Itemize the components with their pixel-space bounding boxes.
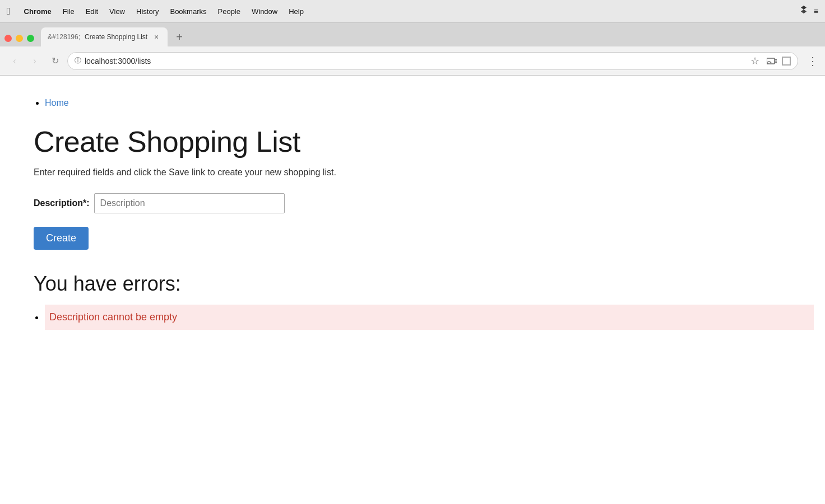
new-tab-button[interactable]: + [170, 27, 189, 46]
maximize-window-button[interactable] [27, 35, 34, 42]
minimize-window-button[interactable] [16, 35, 23, 42]
menu-view[interactable]: View [109, 7, 125, 16]
reload-button[interactable]: ↻ [47, 53, 63, 69]
menu-file[interactable]: File [63, 7, 75, 16]
cast-icon[interactable] [765, 54, 778, 68]
tab-bar: &#128196; Create Shopping List × + [0, 23, 825, 46]
address-input[interactable] [85, 57, 745, 66]
svg-rect-0 [767, 58, 775, 64]
extensions-area: ⋮ [803, 54, 818, 68]
apple-logo-icon:  [7, 6, 11, 17]
menu-people[interactable]: People [218, 7, 240, 16]
wifi-icon: ≡ [814, 7, 818, 16]
description-form-group: Description*: [34, 193, 791, 213]
circle-icon [782, 57, 791, 66]
address-input-wrapper[interactable]: ⓘ ☆ [67, 52, 798, 70]
page-title: Create Shopping List [34, 125, 791, 158]
close-window-button[interactable] [4, 35, 12, 42]
tab-title-label: Create Shopping List [85, 33, 147, 41]
dropbox-icon[interactable] [798, 4, 809, 18]
star-icon[interactable]: ☆ [748, 54, 762, 68]
error-text: Description cannot be empty [49, 311, 177, 323]
tab-favicon-icon: &#128196; [48, 33, 80, 41]
home-link[interactable]: Home [45, 98, 69, 108]
menu-edit[interactable]: Edit [86, 7, 98, 16]
error-item: Description cannot be empty [45, 305, 814, 330]
menu-chrome[interactable]: Chrome [24, 7, 52, 16]
create-button[interactable]: Create [34, 227, 89, 250]
secure-icon: ⓘ [75, 56, 81, 66]
menu-dots-icon[interactable]: ⋮ [807, 54, 818, 68]
menu-bar:  Chrome File Edit View History Bookmark… [0, 0, 825, 23]
page-content: Home Create Shopping List Enter required… [0, 76, 825, 504]
menu-history[interactable]: History [136, 7, 159, 16]
window-controls [4, 35, 34, 46]
menu-window[interactable]: Window [252, 7, 277, 16]
forward-button[interactable]: › [27, 53, 43, 69]
description-label: Description*: [34, 198, 90, 208]
breadcrumb-nav: Home [45, 98, 791, 108]
menu-help[interactable]: Help [289, 7, 304, 16]
active-tab[interactable]: &#128196; Create Shopping List × [41, 27, 168, 46]
back-button[interactable]: ‹ [7, 53, 22, 69]
tab-close-button[interactable]: × [152, 32, 161, 41]
page-subtitle: Enter required fields and click the Save… [34, 167, 791, 178]
menu-bookmarks[interactable]: Bookmarks [170, 7, 206, 16]
address-bar: ‹ › ↻ ⓘ ☆ ⋮ [0, 46, 825, 76]
apple-menu[interactable]:  [7, 6, 11, 17]
errors-heading: You have errors: [34, 272, 791, 296]
description-input[interactable] [94, 193, 285, 213]
errors-list: Description cannot be empty [45, 305, 791, 330]
